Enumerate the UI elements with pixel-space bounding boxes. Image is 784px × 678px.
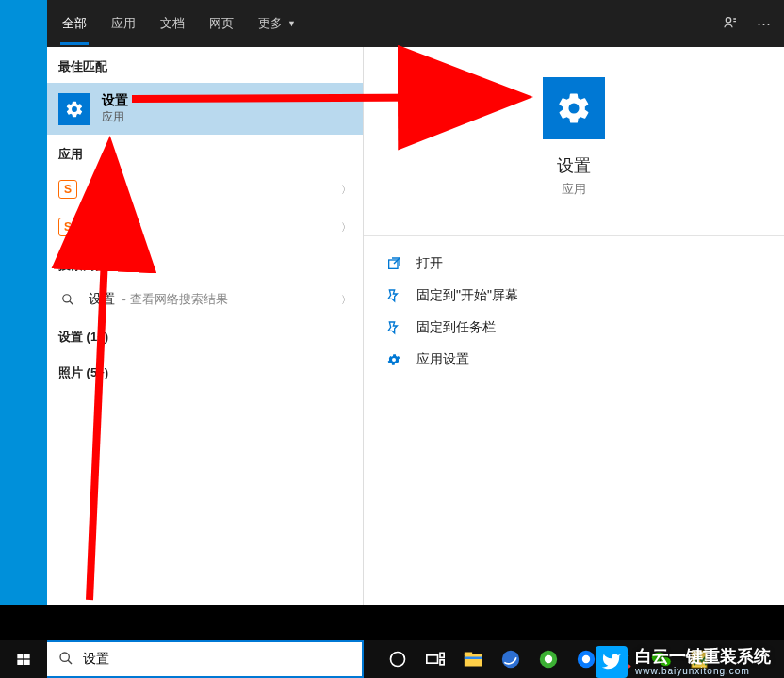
pin-icon [386, 288, 403, 303]
tab-more[interactable]: 更多 ▼ [256, 2, 298, 45]
svg-line-2 [70, 301, 74, 305]
open-icon [386, 256, 403, 271]
section-settings-count[interactable]: 设置 (1+) [47, 317, 363, 353]
svg-rect-7 [17, 654, 23, 658]
section-photos-count[interactable]: 照片 (5+) [47, 353, 363, 389]
chevron-right-icon: 〉 [341, 293, 351, 307]
svg-rect-14 [427, 655, 438, 663]
pin-icon [386, 320, 403, 335]
cortana-icon[interactable] [386, 648, 409, 670]
watermark-logo [596, 646, 628, 678]
svg-rect-18 [465, 653, 472, 655]
tab-web[interactable]: 网页 [207, 2, 236, 45]
detail-pane: 设置 应用 打开 固定到"开始"屏幕 [364, 47, 784, 605]
app-row-1[interactable]: S 设置 〉 [47, 170, 363, 208]
gear-icon [386, 352, 403, 367]
svg-rect-9 [17, 660, 23, 665]
task-view-icon[interactable] [424, 648, 447, 670]
task-360-icon[interactable] [537, 648, 560, 670]
svg-line-12 [68, 660, 72, 664]
svg-rect-16 [440, 660, 444, 665]
svg-point-22 [545, 655, 552, 663]
svg-point-1 [63, 295, 71, 302]
start-button[interactable] [0, 640, 47, 678]
watermark-title: 白云一键重装系统 [635, 648, 771, 667]
desktop-edge [0, 0, 47, 605]
web-row[interactable]: 设置 - 查看网络搜索结果 〉 [47, 282, 363, 317]
watermark: 白云一键重装系统 www.baiyunxitong.com [596, 646, 771, 678]
tab-docs[interactable]: 文档 [158, 2, 187, 45]
chevron-down-icon: ▼ [287, 19, 296, 28]
detail-title: 设置 [557, 154, 591, 177]
search-input[interactable] [83, 652, 351, 667]
sogou-icon: S [58, 218, 77, 236]
search-box[interactable] [47, 640, 364, 678]
svg-point-13 [391, 653, 405, 667]
best-match-item[interactable]: 设置 应用 [47, 83, 363, 135]
svg-rect-15 [440, 653, 444, 657]
svg-point-20 [502, 651, 519, 668]
task-app-icon[interactable] [575, 648, 597, 670]
best-match-title: 设置 [102, 92, 128, 109]
gear-icon [543, 77, 605, 139]
action-open[interactable]: 打开 [384, 248, 763, 280]
search-tabbar: 全部 应用 文档 网页 更多 ▼ ⋯ [47, 0, 784, 47]
app-row-1-label: 设置 [89, 181, 115, 198]
section-web: 搜索网页 [47, 246, 363, 282]
tab-apps[interactable]: 应用 [109, 2, 138, 45]
results-list: 最佳匹配 设置 应用 应用 S 设置 〉 S [47, 47, 364, 605]
best-match-sub: 应用 [102, 109, 128, 125]
section-apps: 应用 [47, 135, 363, 170]
action-pin-taskbar[interactable]: 固定到任务栏 [384, 312, 763, 344]
more-options-icon[interactable]: ⋯ [757, 15, 771, 32]
chevron-right-icon: 〉 [341, 220, 351, 234]
app-row-2[interactable]: S 设置向导 〉 [47, 208, 363, 246]
svg-rect-10 [24, 660, 30, 665]
tab-all[interactable]: 全部 [60, 2, 89, 45]
action-pin-start[interactable]: 固定到"开始"屏幕 [384, 280, 763, 312]
svg-rect-8 [24, 654, 30, 658]
chevron-right-icon: 〉 [341, 183, 351, 197]
search-popup: 全部 应用 文档 网页 更多 ▼ ⋯ 最佳匹配 [47, 0, 784, 605]
web-row-hint: - 查看网络搜索结果 [119, 292, 228, 306]
action-app-settings-label: 应用设置 [416, 351, 469, 368]
watermark-url: www.baiyunxitong.com [635, 666, 771, 676]
detail-sub: 应用 [562, 181, 586, 198]
section-best-match: 最佳匹配 [47, 47, 363, 83]
tab-more-label: 更多 [258, 15, 283, 32]
search-icon [58, 651, 74, 669]
task-explorer-icon[interactable] [462, 648, 484, 670]
sogou-icon: S [58, 180, 77, 199]
action-pin-start-label: 固定到"开始"屏幕 [416, 287, 518, 304]
svg-point-11 [60, 653, 69, 661]
action-pin-taskbar-label: 固定到任务栏 [416, 319, 496, 336]
action-open-label: 打开 [416, 255, 443, 272]
feedback-icon[interactable] [723, 15, 738, 33]
search-icon [58, 293, 77, 306]
svg-rect-19 [465, 657, 482, 660]
gear-icon [58, 93, 90, 125]
web-row-term: 设置 [89, 291, 115, 306]
action-app-settings[interactable]: 应用设置 [384, 344, 763, 376]
svg-rect-17 [465, 654, 482, 667]
svg-point-24 [582, 655, 590, 663]
svg-point-0 [726, 17, 730, 22]
app-row-2-label: 设置向导 [89, 218, 141, 235]
task-browser-icon[interactable] [499, 648, 522, 670]
